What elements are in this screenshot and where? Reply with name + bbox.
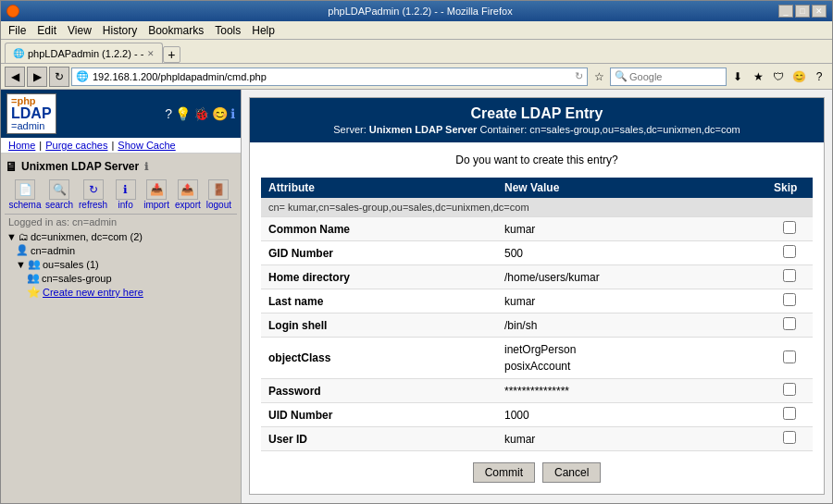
address-input[interactable]: [93, 71, 575, 82]
menu-bar: File Edit View History Bookmarks Tools H…: [1, 21, 832, 40]
main-content: Create LDAP Entry Server: Unixmen LDAP S…: [242, 90, 832, 503]
maximize-button[interactable]: □: [795, 5, 810, 18]
skip-password: [766, 379, 813, 403]
tree-node-create[interactable]: ⭐ Create new entry here: [5, 285, 237, 300]
attr-objectclass: objectClass: [261, 338, 497, 379]
cancel-button[interactable]: Cancel: [542, 462, 601, 483]
val-lastname: kumar: [497, 289, 766, 313]
panel-header: Create LDAP Entry Server: Unixmen LDAP S…: [250, 98, 824, 142]
table-row-home: Home directory /home/users/kumar: [261, 265, 813, 289]
download-icon[interactable]: ⬇: [728, 68, 747, 86]
attr-userid: User ID: [261, 427, 497, 451]
export-action[interactable]: 📤 export: [175, 179, 201, 210]
menu-help[interactable]: Help: [246, 23, 280, 38]
table-row-objectclass: objectClass inetOrgPerson posixAccount: [261, 338, 813, 379]
val-uid-number: 1000: [497, 403, 766, 427]
skip-uid-number-checkbox[interactable]: [783, 407, 796, 420]
tree-dc-icon: 🗂: [19, 231, 29, 242]
browser-tab[interactable]: 🌐 phpLDAPadmin (1.2.2) - - ✕: [5, 43, 163, 63]
close-button[interactable]: ✕: [812, 5, 827, 18]
security-shield-icon[interactable]: 🛡: [769, 68, 788, 86]
breadcrumb-home[interactable]: Home: [8, 140, 35, 151]
new-tab-button[interactable]: +: [163, 46, 180, 63]
tab-bar: 🌐 phpLDAPadmin (1.2.2) - - ✕ +: [1, 40, 832, 64]
app-logo: =php LDAP =admin: [6, 93, 56, 134]
breadcrumb-show-cache[interactable]: Show Cache: [118, 140, 175, 151]
import-action[interactable]: 📥 import: [143, 179, 169, 210]
skip-lastname-checkbox[interactable]: [783, 293, 796, 306]
bookmark-icon[interactable]: ★: [749, 68, 767, 86]
panel-container-value: cn=sales-group,ou=sales,dc=unixmen,dc=co…: [529, 124, 740, 135]
col-attribute: Attribute: [261, 178, 497, 198]
table-row-userid: User ID kumar: [261, 427, 813, 451]
breadcrumb-purge[interactable]: Purge caches: [45, 140, 107, 151]
search-action[interactable]: 🔍 search: [45, 179, 73, 210]
refresh-action[interactable]: ↻ refresh: [79, 179, 107, 210]
help-question-icon[interactable]: ?: [165, 106, 172, 121]
help-icon[interactable]: ?: [810, 68, 828, 86]
table-row-lastname: Last name kumar: [261, 289, 813, 313]
smiley-icon[interactable]: 😊: [212, 106, 228, 121]
search-input[interactable]: [629, 71, 722, 82]
logout-action[interactable]: 🚪 logout: [206, 179, 231, 210]
server-info-icon[interactable]: ℹ: [144, 161, 148, 173]
tree-node-sales[interactable]: ▼ 👥 ou=sales (1): [5, 257, 237, 271]
menu-bookmarks[interactable]: Bookmarks: [143, 23, 209, 38]
window-title: phpLDAPadmin (1.2.2) - - Mozilla Firefox: [62, 6, 778, 17]
server-header[interactable]: 🖥 Unixmen LDAP Server ℹ: [5, 157, 237, 176]
create-entry-label[interactable]: Create new entry here: [43, 287, 143, 298]
menu-file[interactable]: File: [3, 23, 31, 38]
objectclass-val1: inetOrgPerson: [504, 341, 759, 358]
commit-button[interactable]: Commit: [473, 462, 535, 483]
objectclass-val2: posixAccount: [504, 358, 759, 375]
tab-close-button[interactable]: ✕: [147, 49, 155, 58]
tree-sales-group-label: cn=sales-group: [42, 273, 112, 284]
reload-button[interactable]: ↻: [49, 67, 69, 87]
attr-uid-number: UID Number: [261, 403, 497, 427]
menu-view[interactable]: View: [62, 23, 97, 38]
back-button[interactable]: ◀: [5, 67, 25, 87]
bulb-icon[interactable]: 💡: [175, 106, 191, 121]
skip-objectclass-checkbox[interactable]: [783, 350, 796, 363]
forward-button[interactable]: ▶: [27, 67, 47, 87]
minimize-button[interactable]: _: [778, 5, 793, 18]
skip-gid-checkbox[interactable]: [783, 245, 796, 258]
dn-cell: cn= kumar,cn=sales-group,ou=sales,dc=uni…: [261, 198, 813, 217]
confirm-text: Do you want to create this entry?: [261, 154, 813, 166]
val-gid: 500: [497, 241, 766, 265]
val-common-name: kumar: [497, 217, 766, 241]
reload-address-icon[interactable]: ↻: [575, 70, 583, 82]
tree-node-dc[interactable]: ▼ 🗂 dc=unixmen, dc=com (2): [5, 230, 237, 243]
attr-lastname: Last name: [261, 289, 497, 313]
menu-history[interactable]: History: [97, 23, 143, 38]
val-userid: kumar: [497, 427, 766, 451]
skip-shell-checkbox[interactable]: [783, 317, 796, 330]
schema-label: schema: [9, 200, 42, 210]
logo-ldap: LDAP: [11, 106, 52, 121]
skip-password-checkbox[interactable]: [783, 383, 796, 396]
val-shell: /bin/sh: [497, 313, 766, 338]
skip-gid: [766, 241, 813, 265]
schema-icon: 📄: [15, 179, 35, 200]
info-action[interactable]: ℹ info: [113, 179, 138, 210]
bug-icon[interactable]: 🐞: [193, 106, 209, 121]
info-circle-icon[interactable]: ℹ: [230, 106, 235, 121]
tree-node-admin[interactable]: 👤 cn=admin: [5, 243, 237, 257]
entry-table: Attribute New Value Skip cn= kumar,cn=sa…: [261, 178, 813, 451]
skip-userid-checkbox[interactable]: [783, 431, 796, 444]
table-row-password: Password ***************: [261, 379, 813, 403]
tab-favicon: 🌐: [13, 48, 24, 58]
menu-edit[interactable]: Edit: [31, 23, 62, 38]
menu-tools[interactable]: Tools: [209, 23, 246, 38]
schema-action[interactable]: 📄 schema: [10, 179, 40, 210]
skip-lastname: [766, 289, 813, 313]
nav-bar: ◀ ▶ ↻ 🌐 ↻ ☆ 🔍 ⬇ ★ 🛡 😊 ?: [1, 64, 832, 90]
skip-cn-checkbox[interactable]: [783, 221, 796, 234]
info-icon: ℹ: [116, 179, 136, 200]
breadcrumb-sep1: |: [39, 140, 42, 151]
bookmark-star-icon[interactable]: ☆: [590, 68, 608, 86]
tree-node-sales-group[interactable]: 👥 cn=sales-group: [5, 271, 237, 285]
attr-password: Password: [261, 379, 497, 403]
skip-home-checkbox[interactable]: [783, 269, 796, 282]
tree-dc-label: dc=unixmen, dc=com (2): [31, 231, 143, 242]
